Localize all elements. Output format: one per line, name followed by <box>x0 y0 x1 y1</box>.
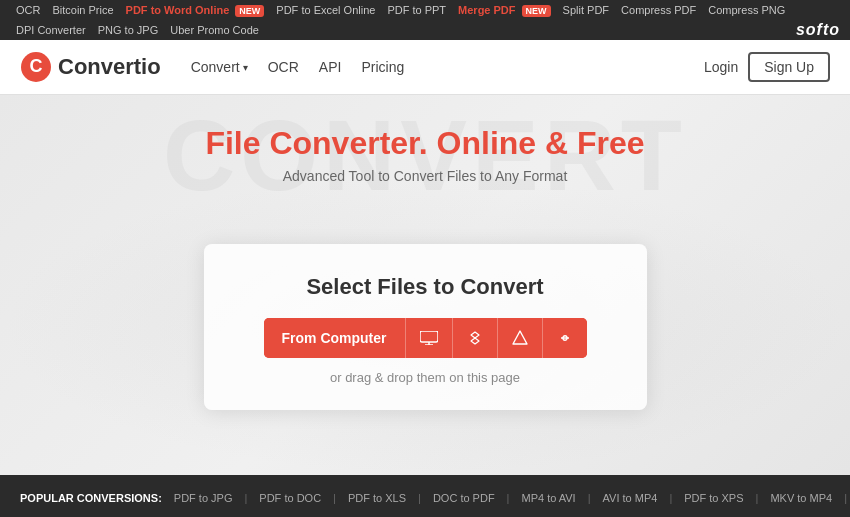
footer-sep-4: | <box>588 492 591 504</box>
footer-link-3[interactable]: DOC to PDF <box>433 492 495 504</box>
drag-drop-text: or drag & drop them on this page <box>330 370 520 385</box>
topbar-link-png-jpg[interactable]: PNG to JPG <box>92 20 165 40</box>
signup-button[interactable]: Sign Up <box>748 52 830 82</box>
footer-sep-7: | <box>844 492 847 504</box>
topbar-link-ocr[interactable]: OCR <box>10 0 46 20</box>
nav-pricing[interactable]: Pricing <box>361 59 404 75</box>
nav-ocr[interactable]: OCR <box>268 59 299 75</box>
footer: POPULAR CONVERSIONS: PDF to JPG | PDF to… <box>0 475 850 517</box>
nav-actions: Login Sign Up <box>704 52 830 82</box>
badge-new-pdf-word: NEW <box>235 5 264 17</box>
from-computer-button[interactable]: From Computer <box>264 318 405 358</box>
footer-link-5[interactable]: AVI to MP4 <box>603 492 658 504</box>
dropbox-icon <box>467 330 483 346</box>
topbar-link-bitcoin[interactable]: Bitcoin Price <box>46 0 119 20</box>
footer-link-2[interactable]: PDF to XLS <box>348 492 406 504</box>
link-icon <box>557 330 573 346</box>
select-files-title: Select Files to Convert <box>306 274 543 300</box>
top-bar: OCR Bitcoin Price PDF to Word Online NEW… <box>0 0 850 40</box>
logo-icon: C <box>20 51 52 83</box>
hero-title: File Converter. Online & Free <box>205 125 644 162</box>
logo[interactable]: C Convertio <box>20 51 161 83</box>
main-nav-links: Convert ▾ OCR API Pricing <box>191 59 704 75</box>
topbar-link-pdf-excel[interactable]: PDF to Excel Online <box>270 0 381 20</box>
badge-new-merge: NEW <box>522 5 551 17</box>
footer-link-4[interactable]: MP4 to AVI <box>521 492 575 504</box>
footer-sep-2: | <box>418 492 421 504</box>
logo-text: Convertio <box>58 54 161 80</box>
footer-link-7[interactable]: MKV to MP4 <box>770 492 832 504</box>
footer-sep-0: | <box>244 492 247 504</box>
hero-section: CONVERT File Converter. Online & Free Ad… <box>0 95 850 475</box>
footer-popular-label: POPULAR CONVERSIONS: <box>20 492 162 504</box>
svg-marker-6 <box>513 331 527 344</box>
footer-sep-3: | <box>507 492 510 504</box>
gdrive-icon <box>512 330 528 346</box>
footer-link-1[interactable]: PDF to DOC <box>259 492 321 504</box>
topbar-link-split-pdf[interactable]: Split PDF <box>557 0 615 20</box>
svg-rect-2 <box>420 331 438 342</box>
footer-sep-5: | <box>669 492 672 504</box>
main-nav: C Convertio Convert ▾ OCR API Pricing Lo… <box>0 40 850 95</box>
footer-sep-6: | <box>756 492 759 504</box>
upload-area: Select Files to Convert From Computer <box>204 244 647 410</box>
svg-text:C: C <box>30 56 43 76</box>
dropbox-icon-button[interactable] <box>453 318 497 358</box>
topbar-link-pdf-ppt[interactable]: PDF to PPT <box>381 0 452 20</box>
upload-btn-row: From Computer <box>264 318 587 358</box>
footer-link-6[interactable]: PDF to XPS <box>684 492 743 504</box>
monitor-icon-button[interactable] <box>406 318 452 358</box>
hero-subtitle: Advanced Tool to Convert Files to Any Fo… <box>283 168 568 184</box>
link-icon-button[interactable] <box>543 318 587 358</box>
topbar-link-dpi[interactable]: DPI Converter <box>10 20 92 40</box>
chevron-down-icon: ▾ <box>243 62 248 73</box>
gdrive-icon-button[interactable] <box>498 318 542 358</box>
topbar-link-merge-pdf[interactable]: Merge PDF NEW <box>452 0 557 20</box>
topbar-brand: softo <box>796 21 840 39</box>
topbar-link-uber[interactable]: Uber Promo Code <box>164 20 265 40</box>
login-button[interactable]: Login <box>704 59 738 75</box>
from-computer-label: From Computer <box>282 330 387 346</box>
nav-api[interactable]: API <box>319 59 342 75</box>
topbar-link-compress-pdf[interactable]: Compress PDF <box>615 0 702 20</box>
topbar-link-pdf-word[interactable]: PDF to Word Online NEW <box>120 0 271 20</box>
svg-marker-5 <box>471 332 479 344</box>
nav-convert[interactable]: Convert ▾ <box>191 59 248 75</box>
topbar-link-compress-png[interactable]: Compress PNG <box>702 0 791 20</box>
monitor-icon <box>420 331 438 345</box>
footer-sep-1: | <box>333 492 336 504</box>
footer-link-0[interactable]: PDF to JPG <box>174 492 233 504</box>
